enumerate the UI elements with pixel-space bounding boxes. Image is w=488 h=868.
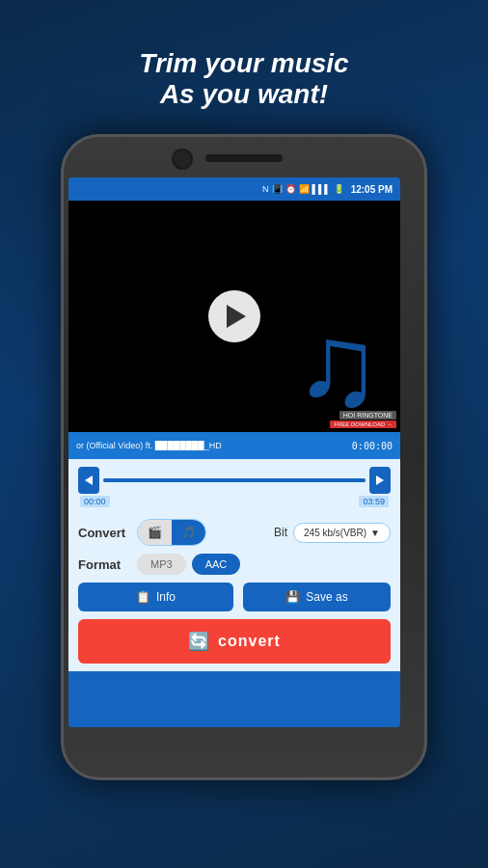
play-button[interactable] — [208, 290, 260, 342]
trim-area: 00:00 03:59 — [68, 459, 400, 511]
convert-icon: 🔄 — [188, 631, 210, 652]
tagline: Trim your music As you want! — [139, 48, 348, 110]
bit-label: Bit — [274, 526, 287, 539]
info-button[interactable]: 📋 Info — [78, 583, 233, 611]
hoi-badge-top: HOI RINGTONE — [339, 411, 396, 420]
trim-track-filled — [103, 478, 366, 482]
trim-track[interactable] — [103, 478, 366, 482]
alarm-icon: ⏰ — [285, 184, 296, 194]
audio-icon: 🎵 — [181, 526, 196, 539]
trim-left-icon — [85, 475, 93, 485]
format-label: Format — [78, 557, 131, 572]
hoi-badge-bottom: FREE DOWNLOAD → — [330, 420, 396, 428]
action-row: 📋 Info 💾 Save as — [78, 583, 391, 611]
format-aac-btn[interactable]: AAC — [192, 554, 241, 575]
video-icon: 🎬 — [148, 526, 162, 539]
track-time: 0:00:00 — [352, 441, 393, 451]
trim-times: 00:00 03:59 — [78, 496, 391, 507]
trim-start-time: 00:00 — [80, 496, 110, 507]
status-time: 12:05 PM — [351, 184, 393, 195]
status-bar: N 📳 ⏰ 📶 ▌▌▌ 🔋 12:05 PM — [68, 177, 400, 201]
track-name: or (Official Video) ft. ████████_HD — [76, 441, 352, 450]
phone-wrapper: N 📳 ⏰ 📶 ▌▌▌ 🔋 12:05 PM ♫ HOI RINGTONE FR… — [51, 129, 437, 785]
save-btn-label: Save as — [306, 590, 347, 604]
info-btn-label: Info — [156, 590, 176, 604]
controls-area: Convert 🎬 🎵 Bit 245 kb/s(VBR) ▼ Form — [68, 511, 400, 671]
trim-handle-right[interactable] — [369, 467, 391, 494]
audio-type-btn[interactable]: 🎵 — [172, 520, 205, 545]
save-as-button[interactable]: 💾 Save as — [243, 583, 391, 611]
format-mp3-btn[interactable]: MP3 — [137, 554, 186, 575]
tagline-line1: Trim your music — [139, 48, 348, 79]
bit-select[interactable]: 245 kb/s(VBR) ▼ — [293, 523, 391, 543]
now-playing-bar: or (Official Video) ft. ████████_HD 0:00… — [68, 432, 400, 459]
music-thumbnail: ♫ HOI RINGTONE FREE DOWNLOAD → — [68, 201, 400, 432]
convert-label: Convert — [78, 526, 131, 540]
chevron-down-icon: ▼ — [370, 528, 380, 538]
music-note-bg: ♫ — [294, 307, 381, 422]
convert-btn-label: convert — [218, 633, 281, 650]
wifi-icon: 📶 — [299, 184, 310, 194]
video-type-btn[interactable]: 🎬 — [138, 520, 172, 545]
vibrate-icon: 📳 — [272, 184, 283, 194]
hoi-badge-container: HOI RINGTONE FREE DOWNLOAD → — [326, 407, 400, 432]
play-triangle — [227, 305, 246, 328]
type-btn-group[interactable]: 🎬 🎵 — [137, 519, 206, 546]
trim-slider-row — [78, 467, 391, 494]
trim-handle-left[interactable] — [78, 467, 99, 494]
convert-row: Convert 🎬 🎵 Bit 245 kb/s(VBR) ▼ — [78, 519, 391, 546]
nfc-icon: N — [262, 184, 269, 194]
status-icons: N 📳 ⏰ 📶 ▌▌▌ 🔋 12:05 PM — [262, 184, 393, 195]
format-row: Format MP3 AAC — [78, 554, 391, 575]
trim-right-icon — [376, 475, 384, 485]
signal-icon: ▌▌▌ — [312, 184, 331, 194]
trim-end-time: 03:59 — [359, 496, 389, 507]
phone-screen: N 📳 ⏰ 📶 ▌▌▌ 🔋 12:05 PM ♫ HOI RINGTONE FR… — [68, 177, 400, 727]
save-icon: 💾 — [285, 590, 300, 604]
battery-icon: 🔋 — [334, 184, 344, 194]
info-icon: 📋 — [136, 590, 150, 604]
convert-big-button[interactable]: 🔄 convert — [78, 619, 391, 664]
tagline-line2: As you want! — [139, 79, 348, 110]
bit-value: 245 kb/s(VBR) — [304, 528, 366, 538]
